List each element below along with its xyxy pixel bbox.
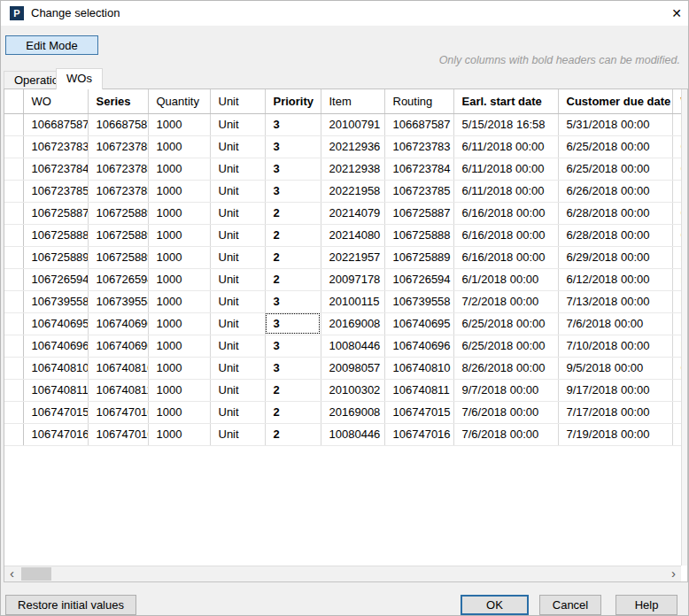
grid-cell[interactable]: 6/11/2018 00:00 bbox=[453, 158, 558, 180]
grid-cell[interactable]: 20214080 bbox=[321, 224, 384, 246]
grid-cell[interactable]: 20169008 bbox=[321, 401, 384, 423]
grid-cell[interactable]: 3 bbox=[265, 335, 321, 357]
grid-cell[interactable]: D bbox=[672, 246, 681, 268]
grid-cell[interactable]: 3 bbox=[265, 290, 321, 312]
grid-cell[interactable]: 7/19/2018 00:00 bbox=[558, 423, 672, 445]
grid-cell[interactable]: Unit bbox=[210, 312, 265, 335]
tab-wos[interactable]: WOs bbox=[56, 68, 103, 89]
grid-cell[interactable]: 106740695 bbox=[23, 312, 88, 335]
grid-cell[interactable]: 1000 bbox=[148, 312, 210, 335]
grid-cell[interactable]: C bbox=[672, 202, 681, 224]
edit-mode-button[interactable]: Edit Mode bbox=[5, 35, 98, 55]
grid-cell[interactable]: 3 bbox=[265, 158, 321, 180]
grid-cell[interactable]: 1000 bbox=[148, 202, 210, 224]
grid-cell[interactable]: 106747015 bbox=[23, 401, 88, 423]
row-selector-cell[interactable] bbox=[4, 357, 23, 379]
row-selector-cell[interactable] bbox=[4, 290, 23, 312]
grid-cell[interactable]: 106723785 bbox=[384, 180, 453, 202]
grid-cell[interactable]: 10080446 bbox=[321, 423, 384, 445]
grid-cell[interactable]: C bbox=[672, 357, 681, 379]
row-selector-cell[interactable] bbox=[4, 268, 23, 290]
grid-cell[interactable]: 106687587 bbox=[23, 113, 88, 135]
grid-cell[interactable]: 106739558 bbox=[384, 290, 453, 312]
cancel-button[interactable]: Cancel bbox=[539, 595, 601, 615]
grid-cell[interactable]: Unit bbox=[210, 180, 265, 202]
row-selector-cell[interactable] bbox=[4, 158, 23, 180]
grid-cell[interactable]: 1000 bbox=[148, 268, 210, 290]
grid-cell[interactable]: 1000 bbox=[148, 246, 210, 268]
grid-cell[interactable]: 106723784 bbox=[384, 158, 453, 180]
grid-cell[interactable]: 1000 bbox=[148, 335, 210, 357]
row-selector-cell[interactable] bbox=[4, 312, 23, 335]
grid-cell[interactable]: 3 bbox=[265, 312, 321, 335]
grid-cell[interactable]: 2 bbox=[265, 224, 321, 246]
scroll-left-icon[interactable]: ‹ bbox=[4, 566, 19, 581]
row-selector-cell[interactable] bbox=[4, 379, 23, 401]
grid-cell[interactable]: 3 bbox=[265, 135, 321, 158]
grid-cell[interactable]: 6/12/2018 00:00 bbox=[558, 268, 672, 290]
row-selector-header[interactable] bbox=[4, 89, 23, 113]
grid-cell[interactable]: 106726594 bbox=[88, 268, 148, 290]
grid-cell[interactable]: 6/16/2018 00:00 bbox=[453, 202, 558, 224]
grid-cell[interactable]: Unit bbox=[210, 401, 265, 423]
grid-cell[interactable]: C bbox=[672, 158, 681, 180]
grid-cell[interactable]: 106739558 bbox=[88, 290, 148, 312]
grid-cell[interactable]: 106725887 bbox=[23, 202, 88, 224]
grid-cell[interactable]: 2 bbox=[265, 268, 321, 290]
grid-cell[interactable]: Unit bbox=[210, 202, 265, 224]
grid-cell[interactable]: 106739558 bbox=[23, 290, 88, 312]
scroll-right-icon[interactable]: › bbox=[666, 566, 681, 581]
grid-cell[interactable]: 20100115 bbox=[321, 290, 384, 312]
grid-cell[interactable]: 6/25/2018 00:00 bbox=[453, 335, 558, 357]
restore-initial-values-button[interactable]: Restore initial values bbox=[5, 595, 136, 615]
grid-cell[interactable]: 106740696 bbox=[88, 312, 148, 335]
grid-cell[interactable]: P bbox=[672, 379, 681, 401]
grid-cell[interactable]: 20100791 bbox=[321, 113, 384, 135]
grid-cell[interactable]: 2 bbox=[265, 379, 321, 401]
grid-cell[interactable]: 106740811 bbox=[23, 379, 88, 401]
grid-cell[interactable]: 2 bbox=[265, 246, 321, 268]
grid-cell[interactable]: Unit bbox=[210, 357, 265, 379]
grid-cell[interactable]: 106725889 bbox=[384, 246, 453, 268]
grid-cell[interactable]: 106726594 bbox=[23, 268, 88, 290]
grid-cell[interactable]: 1000 bbox=[148, 180, 210, 202]
grid-cell[interactable]: 3 bbox=[265, 357, 321, 379]
grid-cell[interactable]: 7/13/2018 00:00 bbox=[558, 290, 672, 312]
grid-cell[interactable]: K bbox=[672, 312, 681, 335]
grid-cell[interactable]: 106740696 bbox=[23, 335, 88, 357]
grid-cell[interactable]: 7/10/2018 00:00 bbox=[558, 335, 672, 357]
grid-cell[interactable]: 106725888 bbox=[23, 224, 88, 246]
grid-cell[interactable]: 5/31/2018 00:00 bbox=[558, 113, 672, 135]
grid-cell[interactable]: 6/16/2018 00:00 bbox=[453, 246, 558, 268]
grid-cell[interactable]: Unit bbox=[210, 113, 265, 135]
grid-cell[interactable]: 106747016 bbox=[23, 423, 88, 445]
grid-cell[interactable]: 20100302 bbox=[321, 379, 384, 401]
grid-cell[interactable]: 20098057 bbox=[321, 357, 384, 379]
grid-cell[interactable]: 106687587 bbox=[384, 113, 453, 135]
row-selector-cell[interactable] bbox=[4, 113, 23, 135]
grid-cell[interactable]: 9/7/2018 00:00 bbox=[453, 379, 558, 401]
grid-cell[interactable]: 1000 bbox=[148, 224, 210, 246]
grid-cell[interactable]: D bbox=[672, 180, 681, 202]
grid-cell[interactable]: 106723785 bbox=[88, 135, 148, 158]
grid-cell[interactable]: 20221957 bbox=[321, 246, 384, 268]
grid-cell[interactable]: K bbox=[672, 401, 681, 423]
grid-cell[interactable]: 106747016 bbox=[384, 423, 453, 445]
grid-cell[interactable]: 1000 bbox=[148, 290, 210, 312]
grid-cell[interactable]: 106687587 bbox=[88, 113, 148, 135]
grid-cell[interactable]: 106740810 bbox=[23, 357, 88, 379]
grid-cell[interactable]: 3 bbox=[265, 180, 321, 202]
grid-cell[interactable]: 1000 bbox=[148, 113, 210, 135]
grid-cell[interactable]: 106723785 bbox=[88, 180, 148, 202]
grid-cell[interactable]: Unit bbox=[210, 290, 265, 312]
grid-cell[interactable]: C bbox=[672, 135, 681, 158]
grid-cell[interactable]: 106725888 bbox=[384, 224, 453, 246]
grid-cell[interactable]: 106723785 bbox=[88, 158, 148, 180]
grid-cell[interactable]: 6/25/2018 00:00 bbox=[558, 158, 672, 180]
grid-cell[interactable]: 20221958 bbox=[321, 180, 384, 202]
help-button[interactable]: Help bbox=[615, 595, 677, 615]
grid-cell[interactable]: Unit bbox=[210, 335, 265, 357]
grid-cell[interactable]: 106723783 bbox=[384, 135, 453, 158]
grid-cell[interactable]: Unit bbox=[210, 379, 265, 401]
grid-cell[interactable]: 2 bbox=[265, 423, 321, 445]
